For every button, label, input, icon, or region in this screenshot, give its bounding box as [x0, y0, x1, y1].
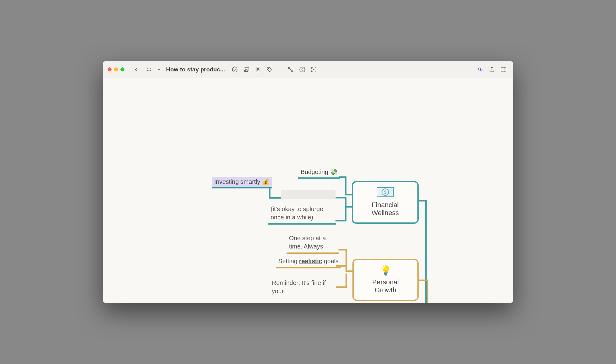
image-icon[interactable] [241, 65, 251, 74]
node-budgeting[interactable]: Budgeting 💸 [298, 167, 340, 179]
chevron-down-icon[interactable] [157, 65, 161, 74]
collaborate-icon[interactable] [475, 65, 485, 74]
node-empty-input[interactable] [281, 190, 336, 199]
toolbar-right-group [475, 65, 508, 74]
node-financial-wellness[interactable]: Financial Wellness [352, 181, 419, 224]
node-title: Personal Growth [361, 278, 410, 294]
back-button[interactable] [131, 65, 141, 74]
connection-icon[interactable] [286, 65, 295, 74]
back-hex-icon[interactable] [297, 65, 307, 74]
lightbulb-icon: 💡 [380, 265, 391, 275]
node-reminder[interactable]: Reminder: It's fine if your [272, 279, 339, 295]
node-label: Setting realistic goals [278, 258, 339, 264]
svg-marker-1 [232, 66, 238, 72]
toolbar-center-group [230, 65, 319, 74]
focus-icon[interactable] [309, 65, 319, 74]
check-icon[interactable] [230, 65, 240, 74]
svg-point-8 [268, 68, 269, 68]
node-title: Financial Wellness [360, 201, 410, 217]
node-personal-growth[interactable]: 💡 Personal Growth [352, 259, 419, 301]
window-controls [108, 67, 124, 71]
node-splurge[interactable]: (it's okay to splurge once in a while). [268, 204, 336, 225]
node-realistic-goals[interactable]: Setting realistic goals [276, 256, 341, 268]
mindmap-canvas[interactable]: Financial Wellness Budgeting 💸 Investing… [103, 78, 513, 303]
mindmap-view-dropdown[interactable] [144, 65, 154, 74]
svg-point-13 [478, 68, 481, 70]
svg-point-3 [245, 69, 246, 70]
close-window-button[interactable] [108, 67, 112, 71]
node-label: Investing smartly 💰 [214, 178, 270, 185]
node-label: Budgeting 💸 [301, 169, 338, 175]
minimize-window-button[interactable] [114, 67, 118, 71]
dollar-bill-icon [377, 187, 394, 197]
svg-point-12 [313, 69, 314, 70]
note-icon[interactable] [253, 65, 263, 74]
share-icon[interactable] [487, 65, 497, 74]
node-one-step[interactable]: One step at a time. Always. [287, 233, 339, 254]
document-title[interactable]: How to stay produc... [166, 66, 225, 73]
sidebar-toggle-icon[interactable] [499, 65, 508, 74]
node-label: Reminder: It's fine if your [272, 279, 326, 294]
node-label: One step at a time. Always. [289, 235, 326, 250]
node-label: (it's okay to splurge once in a while). [271, 206, 323, 221]
node-investing-smartly[interactable]: Investing smartly 💰 [212, 177, 272, 188]
maximize-window-button[interactable] [120, 67, 124, 71]
svg-point-9 [288, 67, 290, 68]
titlebar: How to stay produc... [103, 61, 513, 78]
svg-rect-16 [501, 67, 506, 72]
svg-point-10 [292, 70, 293, 72]
app-window: How to stay produc... [103, 61, 513, 303]
tag-icon[interactable] [265, 65, 275, 74]
